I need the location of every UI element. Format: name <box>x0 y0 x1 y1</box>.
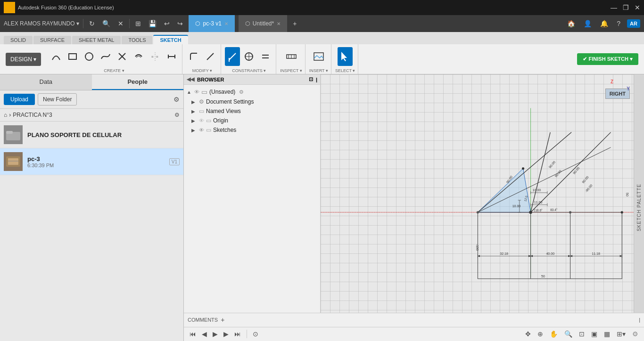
offset-tool[interactable] <box>131 47 146 66</box>
svg-point-1 <box>85 53 93 60</box>
nav-play-button[interactable]: ▶ <box>211 329 220 339</box>
username-area[interactable]: ALEX RAMOS RAYMUNDO ▾ <box>4 20 79 27</box>
insert-image[interactable] <box>311 47 326 66</box>
settings-button[interactable]: ⚙ <box>630 329 640 339</box>
named-views-label: Named Views <box>206 108 241 114</box>
sketch-palette-label: SKETCH PALETTE <box>636 184 642 231</box>
tab-solid[interactable]: SOLID <box>4 36 33 44</box>
spline-tool[interactable] <box>98 47 113 66</box>
tab-tools[interactable]: TOOLS <box>122 36 152 44</box>
minimize-button[interactable]: — <box>611 4 617 11</box>
orbit-tool[interactable]: ⊕ <box>536 329 545 339</box>
breadcrumb-home[interactable]: ⌂ <box>4 112 7 118</box>
save-icon[interactable]: 💾 <box>147 19 158 28</box>
zoom-tool[interactable]: 🔍 <box>562 329 574 339</box>
display-more-tool[interactable]: ⊞▾ <box>615 329 627 339</box>
view-cube-face[interactable]: RIGHT <box>605 89 630 99</box>
maximize-button[interactable]: ❐ <box>623 4 629 11</box>
tab-untitled[interactable]: ⬡ Untitled* ✕ <box>239 15 287 32</box>
app-logo <box>4 2 15 13</box>
help-icon[interactable]: ? <box>615 19 622 28</box>
tab-untitled-icon: ⬡ <box>245 20 250 27</box>
mirror-tool[interactable]: = = <box>148 47 163 66</box>
list-item[interactable]: pc-3 6:30:39 PM V1 <box>0 148 183 175</box>
panel-settings-icon[interactable]: ⚙ <box>173 96 180 103</box>
offset2-tool[interactable] <box>203 47 218 66</box>
move-tool[interactable]: ✥ <box>523 329 533 339</box>
nav-last-button[interactable]: ⏭ <box>232 329 243 339</box>
file-list: PLANO SOPORTE DE CELULAR pc-3 6:30:39 PM… <box>0 122 183 341</box>
add-comment-button[interactable]: + <box>221 316 224 324</box>
unsaved-eye[interactable]: 👁 <box>194 89 199 95</box>
notification-icon[interactable]: 🔔 <box>598 19 610 28</box>
list-item[interactable]: PLANO SOPORTE DE CELULAR <box>0 122 183 148</box>
nav-first-button[interactable]: ⏮ <box>188 329 198 339</box>
profile-icon[interactable]: 👤 <box>582 19 594 28</box>
zoom-fit-tool[interactable]: ⊡ <box>577 329 586 339</box>
constraints-group: CONSTRAINTS ▾ <box>222 44 276 74</box>
browser-title: BROWSER <box>197 77 224 82</box>
upload-button[interactable]: Upload <box>4 94 35 105</box>
fillet-tool[interactable] <box>186 47 201 66</box>
rect-tool[interactable] <box>65 47 80 66</box>
dimension-tool[interactable] <box>164 47 179 66</box>
comments-panel-toggle[interactable]: | <box>639 317 640 323</box>
capture-button[interactable]: ⊙ <box>251 329 260 339</box>
browser-close-icon[interactable]: | <box>316 77 317 82</box>
view-tool[interactable]: ▣ <box>589 329 599 339</box>
finish-sketch-button[interactable]: ✔ FINISH SKETCH ▾ <box>577 53 638 65</box>
tree-item-doc-settings[interactable]: ▶ ⚙ Document Settings <box>184 97 320 106</box>
home-icon[interactable]: 🏠 <box>565 19 577 28</box>
new-folder-button[interactable]: New Folder <box>38 93 77 106</box>
constraint-line[interactable] <box>225 47 240 66</box>
unsaved-gear[interactable]: ⚙ <box>239 89 244 95</box>
browser-collapse-icon[interactable]: ◀◀ <box>187 76 194 82</box>
grid-icon[interactable]: ⊞ <box>133 19 143 28</box>
search-button[interactable]: 🔍 <box>100 19 112 28</box>
finish-sketch-check: ✔ <box>583 56 587 62</box>
tree-item-named-views[interactable]: ▶ ▭ Named Views <box>184 106 320 116</box>
close-button[interactable]: ✕ <box>635 4 640 11</box>
tree-item-sketches[interactable]: ▶ 👁 ▭ Sketches <box>184 125 320 135</box>
inspect-measure[interactable] <box>284 47 299 66</box>
insert-label: INSERT ▾ <box>309 68 328 73</box>
sketches-folder-icon: ▭ <box>206 127 211 133</box>
refresh-button[interactable]: ↻ <box>87 19 97 28</box>
new-tab-button[interactable]: + <box>291 19 298 28</box>
constraint-circle[interactable] <box>241 47 256 66</box>
tree-item-origin[interactable]: ▶ 👁 ▭ Origin <box>184 116 320 125</box>
ribbon-content: DESIGN ▾ <box>0 44 644 74</box>
tab-untitled-close[interactable]: ✕ <box>277 21 281 26</box>
left-panel: Data People Upload New Folder ⚙ ⌂ › PRAC… <box>0 74 184 341</box>
view-cube[interactable]: RIGHT Z Y <box>602 79 630 107</box>
tree-item-unsaved[interactable]: ▲ 👁 ▭ (Unsaved) ⚙ <box>184 87 320 97</box>
sketches-eye[interactable]: 👁 <box>199 127 204 133</box>
select-tool[interactable] <box>338 47 353 66</box>
svg-text:90.00: 90.00 <box>554 170 562 178</box>
constraint-eq[interactable] <box>258 47 273 66</box>
nav-prev-button[interactable]: ◀ <box>200 329 209 339</box>
design-button[interactable]: DESIGN ▾ <box>6 53 41 66</box>
display-tool[interactable]: ▦ <box>602 329 612 339</box>
tab-sheet-metal[interactable]: SHEET METAL <box>72 36 121 44</box>
sketch-canvas[interactable]: 10.00 90.00 90.00 90.00 90.00 90.00 -90.… <box>321 74 644 313</box>
nav-next-button[interactable]: ▶ <box>222 329 231 339</box>
trim-tool[interactable] <box>115 47 130 66</box>
user-avatar: AR <box>627 19 640 28</box>
tab-pc3-close[interactable]: ✕ <box>224 21 228 26</box>
browser-pin-icon[interactable]: ⊡ <box>309 76 313 82</box>
origin-eye[interactable]: 👁 <box>199 118 204 123</box>
tab-pc3[interactable]: ⬡ pc-3 v1 ✕ <box>189 15 234 32</box>
redo-icon[interactable]: ↪ <box>175 19 185 28</box>
breadcrumb-settings-icon[interactable]: ⚙ <box>174 112 180 118</box>
topbar-close[interactable]: ✕ <box>116 19 125 28</box>
tab-surface[interactable]: SURFACE <box>33 36 71 44</box>
circle-tool[interactable] <box>82 47 97 66</box>
ribbon: SOLID SURFACE SHEET METAL TOOLS SKETCH D… <box>0 32 644 74</box>
pan-tool[interactable]: ✋ <box>548 329 560 339</box>
arc-tool[interactable] <box>49 47 64 66</box>
undo-icon[interactable]: ↩ <box>162 19 172 28</box>
people-tab[interactable]: People <box>92 74 184 90</box>
tab-sketch[interactable]: SKETCH <box>153 35 188 44</box>
data-tab[interactable]: Data <box>0 74 92 90</box>
